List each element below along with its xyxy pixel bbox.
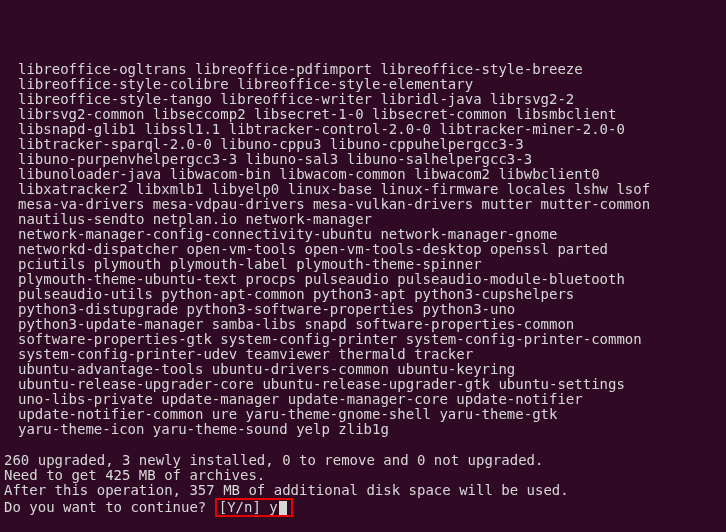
cursor-icon: [279, 501, 287, 515]
prompt-options: [Y/n]: [219, 499, 261, 515]
upgrade-summary: 260 upgraded, 3 newly installed, 0 to re…: [4, 453, 722, 498]
continue-prompt: Do you want to continue? [Y/n] y: [4, 498, 293, 517]
prompt-question: Do you want to continue?: [4, 499, 206, 515]
user-input[interactable]: y: [269, 499, 277, 515]
package-list: libreoffice-ogltrans libreoffice-pdfimpo…: [4, 62, 722, 437]
prompt-input-highlight[interactable]: [Y/n] y: [215, 498, 293, 517]
